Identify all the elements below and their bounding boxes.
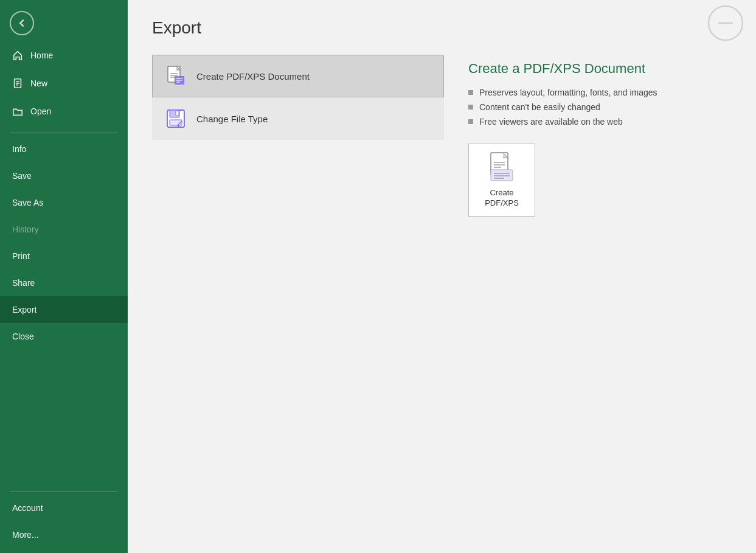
new-icon bbox=[12, 78, 23, 89]
sidebar-item-share-label: Share bbox=[12, 278, 35, 288]
sidebar-item-history: History bbox=[0, 216, 128, 243]
sidebar-item-export-label: Export bbox=[12, 305, 36, 315]
create-pdf-xps-button-label: Create PDF/XPS bbox=[485, 188, 519, 209]
back-button[interactable] bbox=[10, 11, 34, 35]
bullet-list: Preserves layout, formatting, fonts, and… bbox=[468, 88, 738, 127]
sidebar-item-info-label: Info bbox=[12, 144, 26, 154]
sidebar-middle-section: Info Save Save As History Print Share Ex… bbox=[0, 136, 128, 350]
sidebar-item-close-label: Close bbox=[12, 332, 34, 341]
bullet-text-1: Preserves layout, formatting, fonts, and… bbox=[479, 88, 657, 97]
create-pdf-xps-button[interactable]: Create PDF/XPS bbox=[468, 144, 535, 217]
open-icon bbox=[12, 106, 23, 117]
sidebar-item-more-label: More... bbox=[12, 530, 39, 540]
sidebar-top-section: Home New Open bbox=[0, 41, 128, 130]
sidebar-item-open[interactable]: Open bbox=[0, 97, 128, 125]
bullet-item-1: Preserves layout, formatting, fonts, and… bbox=[468, 88, 738, 97]
sidebar-item-home[interactable]: Home bbox=[0, 41, 128, 69]
sidebar-item-close[interactable]: Close bbox=[0, 323, 128, 350]
svg-rect-16 bbox=[176, 111, 179, 116]
bullet-square-1 bbox=[468, 90, 473, 95]
bullet-item-3: Free viewers are available on the web bbox=[468, 117, 738, 127]
sidebar-bottom-section: Account More... bbox=[0, 489, 128, 553]
sidebar-item-account-label: Account bbox=[12, 503, 43, 513]
page-title: Export bbox=[152, 18, 732, 38]
sidebar-item-save[interactable]: Save bbox=[0, 162, 128, 189]
export-option-create-pdf-xps[interactable]: Create PDF/XPS Document bbox=[152, 55, 444, 97]
bullet-item-2: Content can't be easily changed bbox=[468, 102, 738, 112]
back-arrow-icon bbox=[16, 18, 27, 29]
create-pdf-xps-icon bbox=[165, 65, 187, 87]
sidebar-item-share[interactable]: Share bbox=[0, 270, 128, 296]
sidebar-divider-top bbox=[10, 133, 118, 133]
create-pdf-xps-button-icon bbox=[486, 151, 518, 183]
sidebar-item-print-label: Print bbox=[12, 251, 30, 261]
bullet-square-2 bbox=[468, 105, 473, 110]
export-options-list: Create PDF/XPS Document C bbox=[152, 55, 444, 140]
bullet-text-3: Free viewers are available on the web bbox=[479, 117, 623, 127]
sidebar-item-account[interactable]: Account bbox=[0, 495, 128, 521]
sidebar-divider-bottom bbox=[10, 492, 118, 492]
sidebar-item-print[interactable]: Print bbox=[0, 243, 128, 270]
main-content: Export bbox=[128, 0, 756, 553]
sidebar-item-home-label: Home bbox=[30, 50, 53, 60]
sidebar-item-open-label: Open bbox=[30, 106, 51, 116]
bullet-square-3 bbox=[468, 119, 473, 124]
sidebar-item-export[interactable]: Export bbox=[0, 296, 128, 323]
top-right-decorative-icon bbox=[707, 5, 744, 41]
right-panel-title: Create a PDF/XPS Document bbox=[468, 61, 738, 77]
bullet-text-2: Content can't be easily changed bbox=[479, 102, 600, 112]
right-panel: Create a PDF/XPS Document Preserves layo… bbox=[468, 61, 738, 217]
home-icon bbox=[12, 50, 23, 61]
sidebar-item-info[interactable]: Info bbox=[0, 136, 128, 162]
sidebar-item-save-as[interactable]: Save As bbox=[0, 189, 128, 216]
svg-rect-23 bbox=[491, 170, 513, 181]
change-file-type-icon bbox=[165, 108, 187, 130]
sidebar-item-save-label: Save bbox=[12, 171, 32, 181]
sidebar-item-more[interactable]: More... bbox=[0, 521, 128, 548]
sidebar-item-new-label: New bbox=[30, 78, 47, 88]
sidebar-item-new[interactable]: New bbox=[0, 69, 128, 97]
sidebar: Home New Open bbox=[0, 0, 128, 553]
export-option-create-pdf-xps-label: Create PDF/XPS Document bbox=[196, 71, 310, 82]
sidebar-item-save-as-label: Save As bbox=[12, 198, 43, 207]
sidebar-item-history-label: History bbox=[12, 224, 39, 234]
export-option-change-file-type[interactable]: Change File Type bbox=[152, 97, 444, 140]
export-option-change-file-type-label: Change File Type bbox=[196, 114, 268, 124]
